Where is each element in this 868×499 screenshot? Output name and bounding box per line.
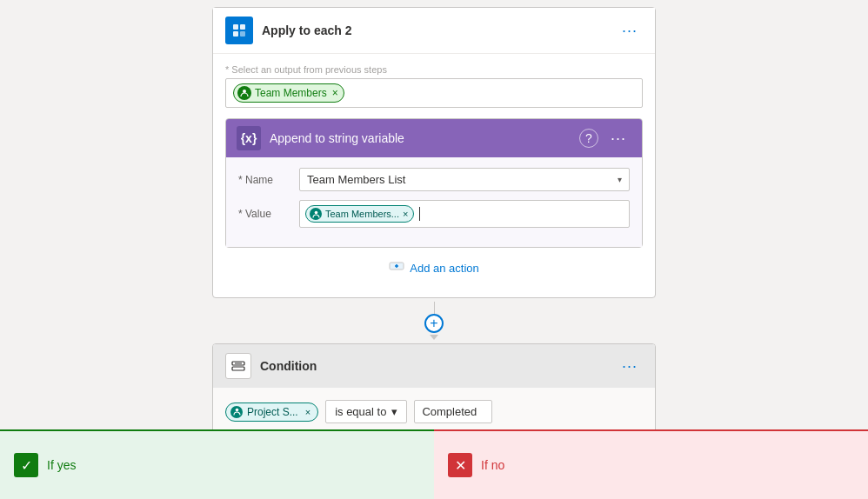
team-members-value-token-close[interactable]: × xyxy=(403,209,408,219)
name-form-row: * Name Team Members List ▾ xyxy=(238,168,630,191)
add-action-text: Add an action xyxy=(410,262,479,275)
condition-menu-button[interactable]: ··· xyxy=(617,356,643,377)
add-action-icon xyxy=(389,258,404,278)
project-status-token: Project S... × xyxy=(225,403,318,422)
if-yes-panel: ✓ If yes xyxy=(0,429,434,499)
select-output-input[interactable]: Team Members × xyxy=(225,78,643,108)
name-dropdown[interactable]: Team Members List ▾ xyxy=(299,168,630,191)
apply-each-title: Apply to each 2 xyxy=(262,23,351,37)
svg-rect-2 xyxy=(233,31,238,37)
if-no-panel: ✕ If no xyxy=(434,429,868,499)
team-members-token: Team Members × xyxy=(233,83,344,103)
append-header: {x} Append to string variable ? ··· xyxy=(226,119,642,157)
append-card: {x} Append to string variable ? ··· * Na… xyxy=(225,118,643,248)
condition-operator-value: is equal to xyxy=(335,405,386,418)
team-members-token-label: Team Members xyxy=(255,87,327,99)
append-header-right: ? ··· xyxy=(579,128,631,150)
team-members-token-icon xyxy=(237,86,251,100)
condition-icon xyxy=(225,353,251,379)
connector-plus-button[interactable]: + xyxy=(424,314,444,333)
team-members-value-token: Team Members... × xyxy=(305,205,414,223)
team-members-value-token-label: Team Members... xyxy=(325,209,399,219)
condition-operator-arrow: ▾ xyxy=(391,405,397,418)
team-members-token-close[interactable]: × xyxy=(332,87,338,99)
condition-row: Project S... × is equal to ▾ Completed xyxy=(225,400,643,423)
apply-each-menu-button[interactable]: ··· xyxy=(617,20,643,42)
condition-header-left: Condition xyxy=(225,353,317,379)
value-form-row: * Value Team Members... xyxy=(238,200,630,228)
append-help-button[interactable]: ? xyxy=(579,129,598,148)
svg-point-12 xyxy=(235,409,238,412)
append-body: * Name Team Members List ▾ * Value xyxy=(226,157,642,247)
append-icon: {x} xyxy=(237,126,261,150)
connector: + xyxy=(424,298,444,343)
connector-arrow xyxy=(430,335,438,340)
condition-operator-dropdown[interactable]: is equal to ▾ xyxy=(325,400,407,423)
condition-value: Completed xyxy=(422,405,477,418)
svg-rect-10 xyxy=(232,367,244,370)
apply-each-icon xyxy=(225,17,253,44)
apply-each-header: Apply to each 2 ··· xyxy=(213,8,655,54)
project-status-token-close[interactable]: × xyxy=(305,407,310,417)
name-label: * Name xyxy=(238,174,290,186)
if-no-icon: ✕ xyxy=(448,453,472,477)
if-no-label: If no xyxy=(481,458,504,472)
name-dropdown-value: Team Members List xyxy=(307,173,405,186)
project-status-token-label: Project S... xyxy=(247,406,298,418)
apply-each-header-left: Apply to each 2 xyxy=(225,17,351,44)
bottom-split: ✓ If yes ✕ If no xyxy=(0,429,868,499)
svg-point-5 xyxy=(314,210,317,214)
svg-rect-1 xyxy=(240,24,245,30)
team-members-value-token-icon xyxy=(310,208,322,220)
text-cursor xyxy=(419,207,420,221)
apply-each-card: Apply to each 2 ··· * Select an output f… xyxy=(212,7,656,298)
condition-title: Condition xyxy=(260,359,317,373)
connector-line-top xyxy=(434,302,435,314)
append-title: Append to string variable xyxy=(270,131,404,145)
select-output-label: * Select an output from previous steps xyxy=(225,64,643,75)
add-action-row[interactable]: Add an action xyxy=(225,248,643,285)
value-label: * Value xyxy=(238,208,290,220)
svg-rect-0 xyxy=(233,24,238,30)
name-dropdown-arrow: ▾ xyxy=(618,175,622,184)
if-yes-icon: ✓ xyxy=(14,453,38,477)
value-token-input[interactable]: Team Members... × xyxy=(299,200,630,228)
svg-rect-3 xyxy=(240,31,245,37)
project-status-token-icon xyxy=(230,406,243,418)
append-menu-button[interactable]: ··· xyxy=(605,128,631,150)
apply-each-body: * Select an output from previous steps T… xyxy=(213,54,655,297)
if-yes-label: If yes xyxy=(47,458,76,472)
append-header-left: {x} Append to string variable xyxy=(237,126,404,150)
condition-header: Condition ··· xyxy=(213,344,655,388)
condition-value-input[interactable]: Completed xyxy=(414,400,492,423)
